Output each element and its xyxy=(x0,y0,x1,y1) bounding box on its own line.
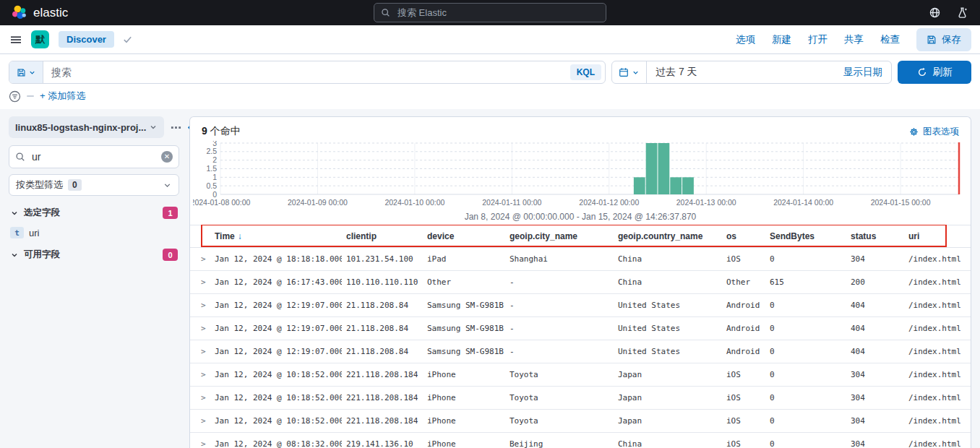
saved-query-menu-button[interactable] xyxy=(9,61,43,83)
labs-flask-icon[interactable] xyxy=(956,7,968,19)
expand-row-button[interactable]: > xyxy=(190,317,210,340)
calendar-icon xyxy=(619,67,629,77)
expand-row-button[interactable]: > xyxy=(190,410,210,433)
open-link[interactable]: 打开 xyxy=(808,33,828,46)
cell-geoip.city_name: Beijing xyxy=(505,433,614,448)
expand-row-button[interactable]: > xyxy=(190,248,210,271)
cell-clientip: 110.110.110.110 xyxy=(342,271,423,294)
field-search-input[interactable] xyxy=(30,150,156,163)
chart-options-button[interactable]: 图表选项 xyxy=(909,126,959,138)
cell-uri: /index.html xyxy=(904,340,971,363)
cell-os: iOS xyxy=(722,248,765,271)
saved-query-floppy-icon xyxy=(17,68,26,77)
filter-by-type-select[interactable]: 按类型筛选 0 xyxy=(9,174,179,196)
global-search-box[interactable] xyxy=(374,3,606,22)
cell-device: Other xyxy=(423,271,505,294)
cell-uri: /index.html xyxy=(904,317,971,340)
filter-by-type-label: 按类型筛选 xyxy=(16,178,63,191)
expand-row-button[interactable]: > xyxy=(190,340,210,363)
selected-fields-section[interactable]: 选定字段 1 xyxy=(10,207,178,219)
hits-suffix: 个命中 xyxy=(207,125,241,137)
field-item-uri[interactable]: t uri xyxy=(10,227,178,238)
cell-status: 304 xyxy=(846,410,904,433)
histogram-chart[interactable]: 00.511.522.532024-01-08 00:002024-01-09 … xyxy=(193,141,963,210)
cell-device: Samsung SM-G981B xyxy=(423,317,505,340)
save-button[interactable]: 保存 xyxy=(916,28,971,51)
available-fields-label: 可用字段 xyxy=(24,249,60,261)
expand-row-button[interactable]: > xyxy=(190,433,210,448)
cell-clientip: 221.118.208.184 xyxy=(342,363,423,387)
new-link[interactable]: 新建 xyxy=(772,33,791,46)
chevron-down-icon xyxy=(149,123,158,132)
time-range-button[interactable]: 过去 7 天 xyxy=(647,66,843,79)
table-row: >Jan 12, 2024 @ 12:19:07.00021.118.208.8… xyxy=(190,340,971,363)
global-header: elastic xyxy=(0,0,980,25)
index-pattern-selector[interactable]: linux85-logstash-nginx-proj... xyxy=(9,116,164,138)
column-header-os[interactable]: os xyxy=(722,225,765,248)
show-dates-link[interactable]: 显示日期 xyxy=(843,66,891,79)
inspect-link[interactable]: 检查 xyxy=(880,33,900,46)
cell-geoip.country_name: Japan xyxy=(614,410,722,433)
cell-device: iPhone xyxy=(423,363,505,387)
query-language-button[interactable]: KQL xyxy=(570,64,601,80)
clear-search-icon[interactable]: ✕ xyxy=(161,151,173,163)
header-expand-col xyxy=(190,225,210,248)
column-header-sendbytes[interactable]: SendBytes xyxy=(765,225,846,248)
svg-text:2024-01-08 00:00: 2024-01-08 00:00 xyxy=(193,198,251,207)
date-quick-menu-button[interactable] xyxy=(612,61,647,83)
cell-geoip.city_name: Toyota xyxy=(505,410,614,433)
expand-row-button[interactable]: > xyxy=(190,271,210,294)
available-fields-section[interactable]: 可用字段 0 xyxy=(10,249,178,261)
column-header-time[interactable]: Time↓ xyxy=(210,225,342,248)
cell-Time: Jan 12, 2024 @ 08:18:32.000 xyxy=(210,433,342,448)
deployment-globe-icon[interactable] xyxy=(929,7,941,19)
field-search-box: ✕ xyxy=(9,145,179,168)
refresh-button[interactable]: 刷新 xyxy=(898,61,971,84)
table-row: >Jan 12, 2024 @ 12:19:07.00021.118.208.8… xyxy=(190,317,971,340)
column-header-geoip-city[interactable]: geoip.city_name xyxy=(505,225,614,248)
results-table: Time↓ clientip device geoip.city_name ge… xyxy=(190,225,971,448)
elastic-home-link[interactable]: elastic xyxy=(12,5,68,20)
column-header-status[interactable]: status xyxy=(846,225,904,248)
column-header-device[interactable]: device xyxy=(423,225,505,248)
selected-fields-count-badge: 1 xyxy=(163,207,178,219)
space-avatar[interactable]: 默 xyxy=(31,30,49,48)
breadcrumb-discover[interactable]: Discover xyxy=(59,31,114,48)
cell-status: 200 xyxy=(846,271,904,294)
refresh-label: 刷新 xyxy=(933,66,953,79)
column-header-geoip-country[interactable]: geoip.country_name xyxy=(614,225,722,248)
cell-Time: Jan 12, 2024 @ 10:18:52.000 xyxy=(210,387,342,410)
expand-row-button[interactable]: > xyxy=(190,294,210,317)
column-header-clientip[interactable]: clientip xyxy=(342,225,423,248)
menu-hamburger-icon[interactable] xyxy=(10,34,22,46)
cell-clientip: 21.118.208.84 xyxy=(342,294,423,317)
expand-row-button[interactable]: > xyxy=(190,363,210,387)
cell-os: Android xyxy=(722,294,765,317)
add-filter-link[interactable]: + 添加筛选 xyxy=(40,90,85,103)
column-header-uri[interactable]: uri xyxy=(904,225,971,248)
cell-Time: Jan 12, 2024 @ 18:18:18.000 xyxy=(210,248,342,271)
filter-circle-icon[interactable] xyxy=(9,90,21,103)
cell-uri: /index.html xyxy=(904,363,971,387)
expand-row-button[interactable]: > xyxy=(190,387,210,410)
boxes-horizontal-icon[interactable] xyxy=(171,122,181,133)
table-row: >Jan 12, 2024 @ 12:19:07.00021.118.208.8… xyxy=(190,294,971,317)
query-search-input[interactable] xyxy=(43,66,570,78)
cell-status: 304 xyxy=(846,363,904,387)
query-bar: KQL 过去 7 天 显示日期 刷新 xyxy=(0,54,980,87)
fields-sidebar: linux85-logstash-nginx-proj... xyxy=(9,116,179,448)
chevron-down-icon xyxy=(10,209,19,217)
sort-descending-icon[interactable]: ↓ xyxy=(238,231,242,241)
chart-time-range-caption: Jan 8, 2024 @ 00:00:00.000 - Jan 15, 202… xyxy=(190,210,971,225)
svg-text:3: 3 xyxy=(212,141,217,147)
share-link[interactable]: 共享 xyxy=(844,33,864,46)
svg-text:0: 0 xyxy=(212,190,217,199)
cell-uri: /index.html xyxy=(904,387,971,410)
cell-uri: /index.html xyxy=(904,248,971,271)
options-link[interactable]: 选项 xyxy=(736,33,755,46)
cell-geoip.city_name: Toyota xyxy=(505,363,614,387)
hits-count: 9 个命中 xyxy=(202,125,241,138)
global-search-input[interactable] xyxy=(396,7,599,19)
filter-divider xyxy=(27,95,34,97)
cell-os: Other xyxy=(722,271,765,294)
